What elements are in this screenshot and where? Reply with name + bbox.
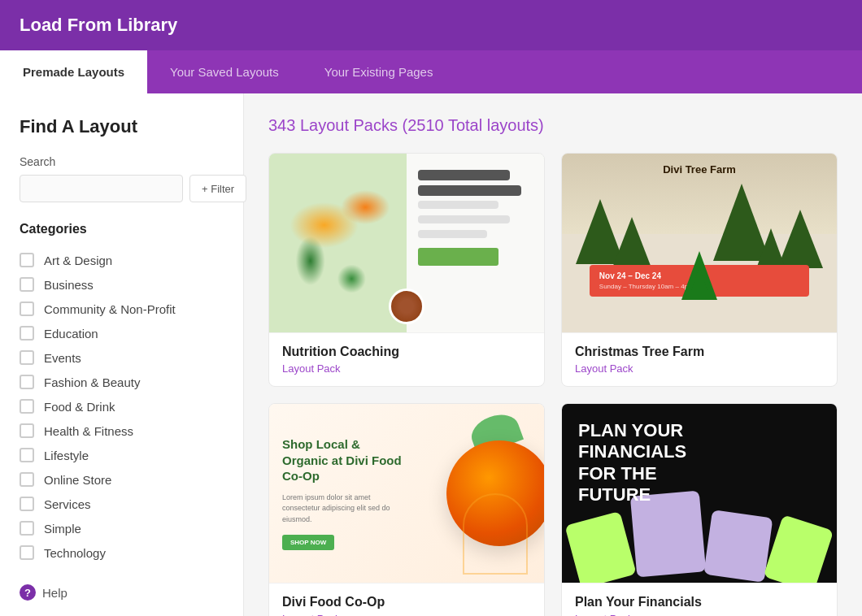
- category-name-fashion: Fashion & Beauty: [44, 375, 140, 389]
- layout-grid: Nutrition Coaching Layout Pack Divi Tree…: [268, 153, 838, 616]
- foodcoop-outline: [463, 493, 528, 575]
- card-footer-christmas: Christmas Tree Farm Layout Pack: [562, 332, 837, 386]
- foodcoop-heading: Shop Local & Organic at Divi Food Co-Op: [282, 436, 407, 484]
- category-item[interactable]: Services: [20, 492, 224, 516]
- nutrition-content: [407, 154, 544, 332]
- layout-card-nutrition[interactable]: Nutrition Coaching Layout Pack: [268, 153, 545, 387]
- category-checkbox-lifestyle[interactable]: [20, 448, 34, 462]
- tabs-bar: Premade Layouts Your Saved Layouts Your …: [0, 50, 862, 93]
- category-item[interactable]: Art & Design: [20, 248, 224, 272]
- card-image-nutrition: [269, 154, 544, 332]
- category-checkbox-community[interactable]: [20, 301, 34, 316]
- foodcoop-subtext: Lorem ipsum dolor sit amet consectetur a…: [282, 492, 407, 526]
- category-name-education: Education: [44, 327, 98, 341]
- header-title: Load From Library: [20, 15, 177, 35]
- layout-card-finance[interactable]: PLAN YOURFINANCIALSFOR THEFUTURE Plan Yo…: [561, 403, 838, 616]
- content-header: 343 Layout Packs (2510 Total layouts): [268, 116, 838, 135]
- category-checkbox-events[interactable]: [20, 350, 34, 365]
- category-name-online: Online Store: [44, 473, 111, 487]
- card-footer-foodcoop: Divi Food Co-Op Layout Pack: [269, 583, 544, 616]
- category-checkbox-services[interactable]: [20, 497, 34, 511]
- card-type-christmas: Layout Pack: [575, 362, 824, 375]
- help-icon: ?: [20, 584, 36, 601]
- category-checkbox-health[interactable]: [20, 423, 34, 438]
- category-name-community: Community & Non-Profit: [44, 302, 176, 316]
- category-name-events: Events: [44, 351, 81, 365]
- card-footer-finance: Plan Your Financials Layout Pack: [562, 583, 837, 616]
- card-name-nutrition: Nutrition Coaching: [282, 345, 531, 359]
- tab-saved[interactable]: Your Saved Layouts: [147, 50, 302, 93]
- category-name-technology: Technology: [44, 546, 106, 560]
- sidebar: Find A Layout Search + Filter Categories…: [0, 93, 244, 616]
- category-item[interactable]: Online Store: [20, 467, 224, 492]
- category-name-food: Food & Drink: [44, 400, 115, 414]
- nutrition-text3: [418, 230, 487, 238]
- header: Load From Library: [0, 0, 862, 50]
- layout-card-christmas[interactable]: Divi Tree Farm Nov 24 – Dec 24 Sunday – …: [561, 153, 838, 387]
- category-item[interactable]: Fashion & Beauty: [20, 370, 224, 394]
- find-layout-title: Find A Layout: [20, 116, 224, 137]
- content-count: 343 Layout Packs (2510 Total layouts): [268, 116, 544, 134]
- nutrition-avatar: [389, 288, 424, 324]
- category-item[interactable]: Health & Fitness: [20, 419, 224, 443]
- category-name-services: Services: [44, 497, 91, 511]
- nutrition-food-decoration: [269, 154, 407, 332]
- finance-heading: PLAN YOURFINANCIALSFOR THEFUTURE: [578, 420, 686, 506]
- category-name-simple: Simple: [44, 522, 81, 536]
- finance-card-4: [764, 514, 834, 583]
- foodcoop-image-area: [420, 404, 544, 583]
- category-checkbox-food[interactable]: [20, 399, 34, 414]
- card-type-finance: Layout Pack: [575, 613, 824, 616]
- foodcoop-cta: SHOP NOW: [282, 535, 334, 550]
- category-item[interactable]: Events: [20, 345, 224, 370]
- finance-preview: PLAN YOURFINANCIALSFOR THEFUTURE: [562, 404, 837, 583]
- card-image-foodcoop: Shop Local & Organic at Divi Food Co-Op …: [269, 404, 544, 583]
- card-type-nutrition: Layout Pack: [282, 362, 531, 375]
- card-name-finance: Plan Your Financials: [575, 595, 824, 609]
- christmas-tree-2: [612, 217, 652, 270]
- category-name-business: Business: [44, 278, 94, 292]
- category-checkbox-fashion[interactable]: [20, 375, 34, 389]
- nutrition-heading-line1: [418, 170, 510, 180]
- category-checkbox-technology[interactable]: [20, 545, 34, 560]
- category-checkbox-education[interactable]: [20, 326, 34, 341]
- help-label: Help: [42, 586, 67, 600]
- help-link[interactable]: ? Help: [20, 584, 224, 601]
- christmas-title: Divi Tree Farm: [663, 163, 736, 176]
- finance-card-3: [704, 510, 773, 583]
- category-checkbox-simple[interactable]: [20, 521, 34, 536]
- category-item[interactable]: Food & Drink: [20, 394, 224, 419]
- categories-label: Categories: [20, 222, 224, 236]
- nutrition-heading-line2: [418, 185, 521, 196]
- category-checkbox-art[interactable]: [20, 253, 34, 267]
- category-checkbox-business[interactable]: [20, 277, 34, 292]
- nutrition-cta-button: [418, 248, 498, 266]
- filter-button[interactable]: + Filter: [189, 175, 246, 202]
- search-input[interactable]: [20, 175, 183, 202]
- category-item[interactable]: Business: [20, 272, 224, 297]
- nutrition-text1: [418, 201, 498, 209]
- category-name-lifestyle: Lifestyle: [44, 449, 89, 462]
- foodcoop-text-area: Shop Local & Organic at Divi Food Co-Op …: [269, 420, 420, 566]
- category-checkbox-online[interactable]: [20, 472, 34, 487]
- category-item[interactable]: Lifestyle: [20, 443, 224, 467]
- christmas-preview: Divi Tree Farm Nov 24 – Dec 24 Sunday – …: [562, 154, 837, 332]
- nutrition-food-image: [269, 154, 407, 332]
- nutrition-text2: [418, 215, 510, 223]
- tab-premade[interactable]: Premade Layouts: [0, 50, 147, 93]
- category-item[interactable]: Simple: [20, 516, 224, 540]
- main-layout: Find A Layout Search + Filter Categories…: [0, 93, 862, 616]
- content-area: 343 Layout Packs (2510 Total layouts): [244, 93, 862, 616]
- category-item[interactable]: Education: [20, 321, 224, 345]
- card-footer-nutrition: Nutrition Coaching Layout Pack: [269, 332, 544, 386]
- card-name-christmas: Christmas Tree Farm: [575, 345, 824, 359]
- search-row: + Filter: [20, 175, 224, 202]
- category-item[interactable]: Community & Non-Profit: [20, 297, 224, 321]
- card-name-foodcoop: Divi Food Co-Op: [282, 595, 531, 609]
- search-label: Search: [20, 155, 224, 168]
- tab-existing[interactable]: Your Existing Pages: [302, 50, 456, 93]
- christmas-center-tree: [681, 251, 717, 300]
- layout-card-foodcoop[interactable]: Shop Local & Organic at Divi Food Co-Op …: [268, 403, 545, 616]
- category-item[interactable]: Technology: [20, 540, 224, 565]
- category-name-art: Art & Design: [44, 254, 112, 267]
